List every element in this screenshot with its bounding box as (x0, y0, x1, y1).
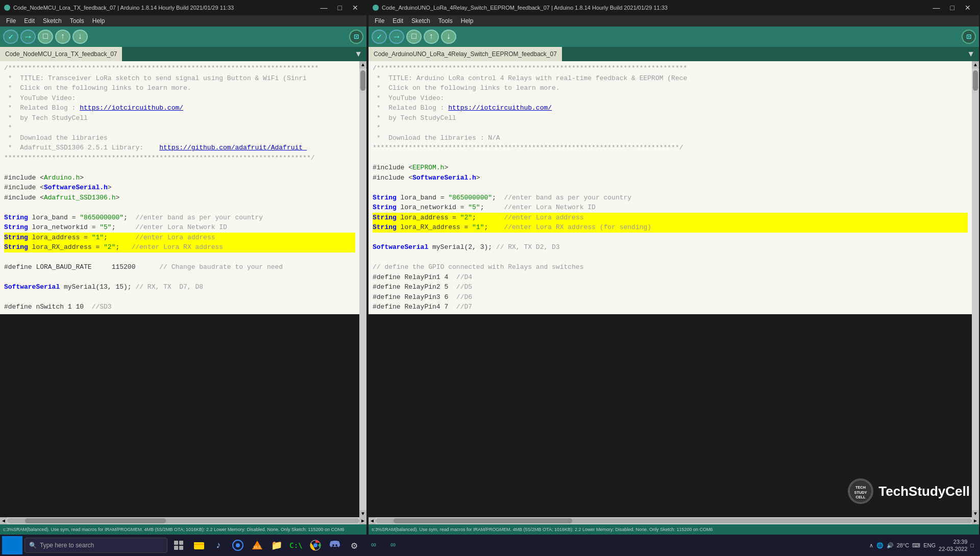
scroll-left-arrow-right[interactable]: ◀ (369, 517, 376, 524)
open-button-left[interactable]: ↑ (55, 30, 70, 44)
left-status-text: c:3%SRAM(balanced). Use sym, read macros… (3, 527, 345, 532)
right-win-controls[interactable]: — □ ✕ (929, 3, 975, 13)
code-line: SoftwareSerial mySerial(13, 15); // RX, … (4, 282, 355, 292)
right-tab[interactable]: Code_ArduinoUNO_LoRa_4Relay_Switch_EEPRO… (369, 47, 562, 61)
taskbar-app-files[interactable]: 📁 (267, 536, 286, 554)
taskbar-app-terminal[interactable]: C:\ (287, 536, 305, 554)
open-button-right[interactable]: ↑ (424, 30, 439, 44)
code-line-highlighted: String lora_RX_address = "2"; //enter Lo… (4, 242, 355, 252)
scroll-up-arrow-right[interactable]: ▲ (972, 61, 979, 68)
svg-rect-10 (174, 546, 178, 550)
left-tab[interactable]: Code_NodeMCU_Lora_TX_feedback_07 (0, 47, 122, 61)
serial-monitor-btn-right[interactable]: ⊡ (962, 30, 976, 44)
menu-tools-right[interactable]: Tools (434, 16, 457, 26)
scroll-thumb-h-right[interactable] (394, 518, 572, 523)
menu-edit-right[interactable]: Edit (388, 16, 407, 26)
scroll-thumb-v[interactable] (360, 70, 365, 91)
taskbar-app-winamp[interactable]: ♪ (209, 536, 228, 554)
right-scrollbar-v[interactable]: ▲ ▼ (972, 61, 979, 517)
right-code-scroll[interactable]: /***************************************… (369, 61, 972, 517)
scroll-down-arrow[interactable]: ▼ (359, 510, 366, 517)
left-code-scroll[interactable]: /***************************************… (0, 61, 359, 517)
taskbar-app-discord[interactable] (326, 536, 344, 554)
clock-time: 23:39 (939, 538, 967, 545)
new-button-right[interactable]: □ (406, 30, 422, 44)
left-win-controls[interactable]: — □ ✕ (316, 3, 362, 13)
tray-arrow[interactable]: ∧ (869, 542, 873, 549)
right-maximize-btn[interactable]: □ (946, 3, 959, 13)
taskbar-app-steam[interactable]: ⚙ (345, 536, 363, 554)
taskbar-app-arduino-left[interactable]: ∞ (364, 536, 383, 554)
search-placeholder: Type here to search (40, 542, 94, 549)
code-line: * TITLE: Transceiver LoRa sketch to send… (4, 73, 355, 84)
upload-button-left[interactable]: → (20, 30, 36, 44)
menu-file-left[interactable]: File (2, 16, 20, 26)
menu-edit-left[interactable]: Edit (20, 16, 39, 26)
left-maximize-btn[interactable]: □ (334, 3, 346, 13)
left-tab-bar: Code_NodeMCU_Lora_TX_feedback_07 ▼ (0, 47, 366, 61)
tray-network[interactable]: 🌐 (876, 542, 884, 549)
new-button-left[interactable]: □ (38, 30, 53, 44)
code-line: String lora_band = "865000000"; //enter … (373, 193, 968, 203)
right-scrollbar-h[interactable]: ◀ ▶ (369, 517, 979, 524)
save-button-right[interactable]: ↓ (441, 30, 456, 44)
right-close-btn[interactable]: ✕ (961, 3, 975, 13)
upload-button-right[interactable]: → (389, 30, 404, 44)
scroll-left-arrow[interactable]: ◀ (0, 517, 7, 524)
code-line: String lora_networkid = "5"; //enter Lor… (4, 222, 355, 233)
menu-help-left[interactable]: Help (88, 16, 109, 26)
scroll-up-arrow[interactable]: ▲ (359, 61, 366, 68)
taskbar-clock[interactable]: 23:39 22-03-2022 (939, 538, 967, 553)
watermark: TECH STUDY CELL TechStudyCell (848, 478, 970, 504)
code-line: #define RelayPin4 7 //D7 (373, 302, 968, 312)
code-line: #define RelayPin2 5 //D5 (373, 282, 968, 292)
left-minimize-btn[interactable]: — (316, 3, 332, 13)
menu-sketch-left[interactable]: Sketch (39, 16, 66, 26)
scroll-right-arrow[interactable]: ▶ (359, 517, 366, 524)
taskbar-search[interactable]: 🔍 Type here to search (24, 538, 167, 553)
code-line (4, 203, 355, 213)
tray-language[interactable]: ENG (923, 542, 936, 548)
verify-button-left[interactable]: ✓ (3, 30, 18, 44)
scroll-right-arrow-right[interactable]: ▶ (972, 517, 979, 524)
taskbar-app-explorer[interactable] (190, 536, 208, 554)
watermark-logo: TECH STUDY CELL (848, 478, 873, 504)
menu-sketch-right[interactable]: Sketch (407, 16, 434, 26)
clock-date: 22-03-2022 (939, 545, 967, 552)
serial-monitor-btn-left[interactable]: ⊡ (349, 30, 363, 44)
scroll-thumb-h[interactable] (25, 518, 166, 523)
left-scrollbar-h[interactable]: ◀ ▶ (0, 517, 366, 524)
svg-text:STUDY: STUDY (854, 490, 867, 495)
code-line: * Related Blog : https://iotcircuithub.c… (4, 103, 355, 113)
watermark-channel-name: TechStudyCell (878, 484, 970, 499)
taskbar-apps: ♪ VLC 📁 C:\ ⚙ ∞ ∞ (190, 536, 863, 554)
tray-volume[interactable]: 🔊 (887, 542, 894, 549)
task-view-btn[interactable] (169, 536, 188, 554)
code-line: #include <Arduino.h> (4, 173, 355, 183)
tray-notification[interactable]: □ (970, 542, 974, 548)
code-line: /***************************************… (373, 63, 968, 73)
taskbar-app-arduino-right[interactable]: ∞ (384, 536, 402, 554)
system-tray: ∧ 🌐 🔊 28°C ⌨ ENG 23:39 22-03-2022 □ (865, 538, 978, 553)
left-code-wrapper: /***************************************… (0, 61, 366, 517)
menu-help-right[interactable]: Help (457, 16, 478, 26)
right-minimize-btn[interactable]: — (929, 3, 944, 13)
scroll-down-arrow-right[interactable]: ▼ (972, 510, 979, 517)
svg-rect-8 (174, 541, 178, 545)
right-title-bar: Code_ArduinoUNO_LoRa_4Relay_Switch_EEPRO… (369, 0, 979, 15)
left-scrollbar-v[interactable]: ▲ ▼ (359, 61, 366, 517)
svg-text:TECH: TECH (855, 485, 866, 490)
menu-tools-left[interactable]: Tools (66, 16, 88, 26)
taskbar-app-chrome[interactable] (306, 536, 325, 554)
left-tab-dropdown[interactable]: ▼ (350, 49, 366, 59)
code-line (373, 153, 968, 163)
taskbar-app-browser[interactable] (229, 536, 247, 554)
left-close-btn[interactable]: ✕ (348, 3, 362, 13)
right-tab-dropdown[interactable]: ▼ (963, 49, 979, 59)
menu-file-right[interactable]: File (371, 16, 388, 26)
taskbar-app-vlc[interactable]: VLC (248, 536, 266, 554)
scroll-thumb-v-right[interactable] (973, 70, 978, 91)
verify-button-right[interactable]: ✓ (372, 30, 387, 44)
save-button-left[interactable]: ↓ (72, 30, 88, 44)
start-button[interactable] (2, 536, 22, 554)
